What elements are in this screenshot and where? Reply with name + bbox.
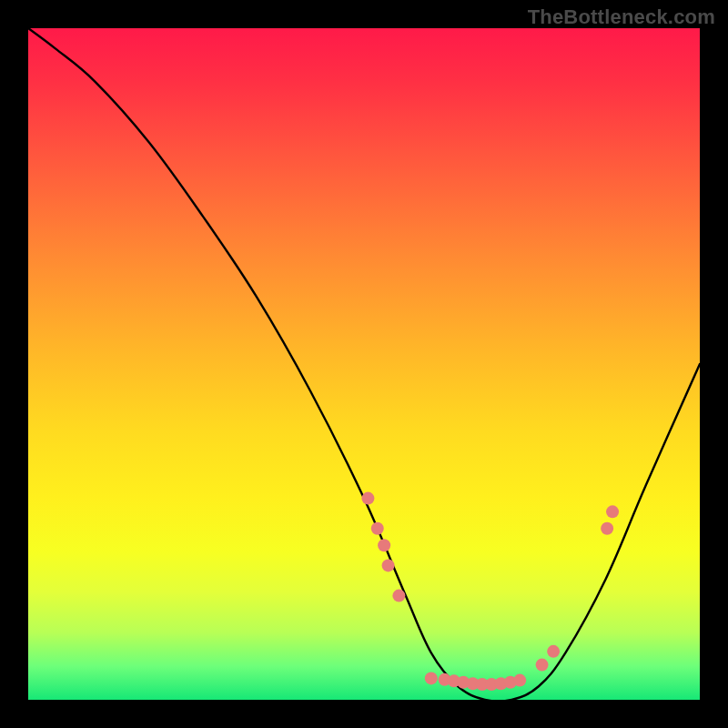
data-point [392, 590, 405, 602]
chart-frame: TheBottleneck.com [0, 0, 728, 728]
data-point [547, 645, 560, 658]
data-point [536, 659, 549, 672]
watermark-text: TheBottleneck.com [528, 5, 715, 29]
data-point [361, 492, 374, 505]
bottleneck-curve [28, 28, 700, 702]
plot-area [28, 28, 700, 700]
data-point [601, 522, 613, 535]
data-point [371, 522, 384, 535]
data-point [606, 505, 619, 518]
data-point [513, 674, 526, 687]
data-point [382, 559, 395, 571]
data-point [425, 672, 438, 684]
data-point [378, 539, 390, 551]
data-points [361, 492, 619, 691]
chart-svg [28, 28, 700, 700]
